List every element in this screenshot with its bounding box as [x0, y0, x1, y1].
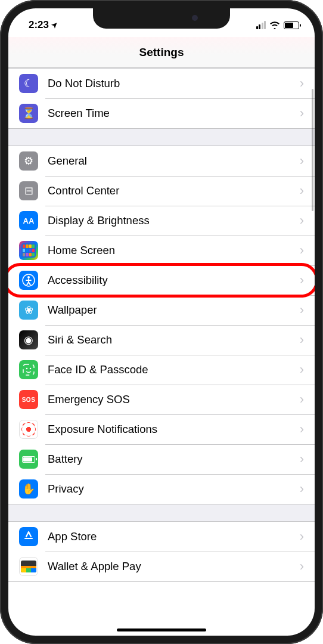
status-time: 2:23 — [29, 19, 49, 31]
wallet-icon — [19, 557, 38, 576]
settings-group: ☾Do Not Disturb›⏳Screen Time› — [8, 68, 315, 129]
settings-group: App Store›Wallet & Apple Pay› — [8, 521, 315, 582]
row-label: General — [48, 154, 300, 168]
chevron-right-icon: › — [300, 213, 304, 228]
row-battery[interactable]: Battery› — [8, 444, 315, 474]
row-screen-time[interactable]: ⏳Screen Time› — [8, 98, 315, 128]
row-wallpaper[interactable]: ❀Wallpaper› — [8, 295, 315, 325]
location-arrow-icon: ➤ — [50, 20, 60, 30]
row-accessibility[interactable]: Accessibility› — [8, 265, 315, 295]
row-label: Home Screen — [48, 244, 300, 257]
chevron-right-icon: › — [300, 332, 304, 348]
accessibility-icon — [19, 271, 38, 290]
faceid-icon — [19, 360, 38, 379]
row-privacy[interactable]: ✋Privacy› — [8, 474, 315, 504]
page-title: Settings — [139, 46, 184, 58]
battery-icon — [19, 450, 38, 469]
svg-point-3 — [26, 368, 28, 370]
phone-frame: 2:23 ➤ Settings ☾Do Not Disturb›⏳Screen … — [0, 0, 323, 644]
row-face-id-passcode[interactable]: Face ID & Passcode› — [8, 355, 315, 385]
row-emergency-sos[interactable]: SOSEmergency SOS› — [8, 385, 315, 414]
chevron-right-icon: › — [300, 183, 304, 199]
row-label: Wallet & Apple Pay — [48, 560, 300, 573]
row-label: Wallpaper — [48, 304, 300, 317]
sos-icon: SOS — [19, 390, 38, 409]
row-home-screen[interactable]: Home Screen› — [8, 236, 315, 265]
moon-icon: ☾ — [19, 74, 38, 93]
svg-point-4 — [30, 368, 32, 370]
row-label: Control Center — [48, 184, 300, 197]
settings-list[interactable]: ☾Do Not Disturb›⏳Screen Time›⚙General›⊟C… — [8, 68, 315, 582]
row-app-store[interactable]: App Store› — [8, 522, 315, 552]
text-size-icon: AA — [19, 211, 38, 230]
chevron-right-icon: › — [300, 243, 304, 258]
notch — [93, 8, 230, 29]
scrollbar[interactable] — [312, 89, 313, 211]
row-siri-search[interactable]: ◉Siri & Search› — [8, 325, 315, 355]
chevron-right-icon: › — [300, 481, 304, 497]
chevron-right-icon: › — [300, 362, 304, 377]
exposure-icon — [19, 420, 38, 439]
chevron-right-icon: › — [300, 153, 304, 169]
gear-icon: ⚙ — [19, 151, 38, 171]
row-label: Face ID & Passcode — [48, 363, 300, 376]
row-label: Exposure Notifications — [48, 423, 300, 436]
row-do-not-disturb[interactable]: ☾Do Not Disturb› — [8, 69, 315, 98]
hand-icon: ✋ — [19, 479, 38, 499]
row-label: App Store — [48, 530, 300, 543]
chevron-right-icon: › — [300, 76, 304, 91]
nav-header: Settings — [8, 37, 315, 68]
row-label: Screen Time — [48, 107, 300, 120]
row-general[interactable]: ⚙General› — [8, 146, 315, 176]
row-exposure-notifications[interactable]: Exposure Notifications› — [8, 414, 315, 444]
row-display-brightness[interactable]: AADisplay & Brightness› — [8, 206, 315, 236]
chevron-right-icon: › — [300, 106, 304, 121]
battery-status-icon — [284, 21, 299, 29]
row-wallet-apple-pay[interactable]: Wallet & Apple Pay› — [8, 552, 315, 581]
row-label: Siri & Search — [48, 333, 300, 346]
row-label: Display & Brightness — [48, 214, 300, 227]
svg-point-1 — [27, 276, 30, 278]
siri-icon: ◉ — [19, 330, 38, 349]
flower-icon: ❀ — [19, 301, 38, 320]
switches-icon: ⊟ — [19, 181, 38, 200]
row-label: Privacy — [48, 482, 300, 496]
status-left: 2:23 ➤ — [29, 19, 58, 31]
chevron-right-icon: › — [300, 273, 304, 288]
chevron-right-icon: › — [300, 451, 304, 467]
home-indicator[interactable] — [117, 628, 206, 631]
cellular-signal-icon — [256, 21, 266, 29]
chevron-right-icon: › — [300, 392, 304, 407]
settings-group: ⚙General›⊟Control Center›AADisplay & Bri… — [8, 145, 315, 504]
screen: 2:23 ➤ Settings ☾Do Not Disturb›⏳Screen … — [8, 8, 315, 636]
chevron-right-icon: › — [300, 529, 304, 544]
wifi-icon — [269, 21, 280, 29]
row-label: Accessibility — [48, 274, 300, 287]
app-grid-icon — [19, 241, 38, 260]
row-label: Battery — [48, 453, 300, 466]
status-right — [256, 21, 300, 29]
row-label: Emergency SOS — [48, 393, 300, 406]
appstore-icon — [19, 527, 38, 546]
chevron-right-icon: › — [300, 422, 304, 437]
chevron-right-icon: › — [300, 559, 304, 574]
svg-rect-2 — [23, 364, 34, 375]
row-control-center[interactable]: ⊟Control Center› — [8, 176, 315, 206]
hourglass-icon: ⏳ — [19, 104, 38, 123]
chevron-right-icon: › — [300, 302, 304, 318]
row-label: Do Not Disturb — [48, 77, 300, 90]
